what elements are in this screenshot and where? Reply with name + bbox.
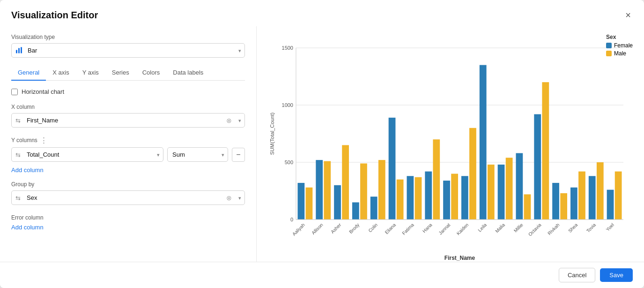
y-column-select[interactable]: Total_Count [11, 147, 163, 162]
group-by-icon: ⇆ [15, 194, 21, 201]
svg-rect-55 [560, 193, 567, 220]
svg-rect-21 [352, 202, 359, 220]
svg-text:SUM(Total_Count): SUM(Total_Count) [269, 113, 275, 155]
svg-rect-43 [488, 165, 495, 220]
viz-type-wrapper: Bar Line Pie ▾ [11, 43, 245, 58]
viz-type-select[interactable]: Bar Line Pie [11, 43, 245, 58]
aggregation-select-wrapper: Sum Avg Count Min Max ▾ [167, 147, 228, 162]
x-column-label: X column [11, 104, 245, 110]
x-column-wrapper: ⇆ First_Name ⊗ ▾ [11, 113, 245, 128]
svg-text:Kaiden: Kaiden [456, 222, 470, 236]
svg-text:1000: 1000 [282, 102, 293, 108]
svg-text:Leila: Leila [477, 222, 488, 233]
remove-y-column-button[interactable]: − [232, 148, 245, 162]
svg-rect-18 [334, 185, 341, 220]
chart-svg-wrapper: 050010001500SUM(Total_Count)AaliyahAllis… [268, 34, 633, 262]
group-by-wrapper: ⇆ Sex ⊗ ▾ [11, 190, 245, 205]
svg-text:Brody: Brody [348, 222, 360, 235]
tab-y-axis[interactable]: Y axis [76, 65, 105, 81]
svg-rect-51 [534, 114, 541, 220]
svg-text:500: 500 [285, 159, 293, 165]
svg-rect-48 [516, 153, 523, 220]
svg-rect-24 [370, 197, 378, 220]
svg-text:Jannat: Jannat [437, 222, 451, 235]
tab-colors[interactable]: Colors [136, 65, 167, 81]
svg-rect-39 [461, 176, 468, 220]
svg-rect-60 [589, 176, 596, 220]
svg-text:Shea: Shea [567, 222, 579, 234]
x-column-clear-icon[interactable]: ⊗ [226, 117, 232, 124]
y-columns-header: Y columns ⋮ [11, 136, 245, 144]
svg-rect-2 [21, 47, 22, 53]
svg-rect-15 [316, 160, 323, 220]
modal-footer: Cancel Save [0, 262, 644, 288]
svg-rect-63 [607, 190, 614, 220]
svg-rect-54 [552, 183, 559, 220]
svg-text:Octavia: Octavia [527, 222, 542, 237]
legend-female-label: Female [614, 42, 633, 49]
svg-text:Yoel: Yoel [605, 222, 615, 232]
svg-rect-33 [425, 172, 432, 220]
add-error-column-link[interactable]: Add column [11, 224, 245, 231]
svg-rect-27 [389, 118, 396, 220]
close-button[interactable]: × [623, 8, 633, 22]
legend-female: Female [606, 42, 633, 49]
svg-rect-45 [498, 165, 505, 220]
svg-text:Malia: Malia [494, 222, 506, 234]
tab-data-labels[interactable]: Data labels [166, 65, 210, 81]
svg-rect-19 [342, 145, 349, 220]
svg-rect-0 [16, 50, 17, 53]
error-column-label: Error column [11, 214, 245, 221]
svg-rect-36 [443, 181, 450, 220]
svg-rect-46 [506, 158, 513, 220]
horizontal-chart-label[interactable]: Horizontal chart [22, 88, 64, 95]
svg-text:1500: 1500 [282, 45, 293, 51]
svg-rect-12 [297, 183, 304, 220]
y-column-select-wrapper: ⇆ Total_Count ▾ [11, 147, 163, 162]
svg-rect-25 [378, 160, 385, 220]
svg-rect-49 [524, 194, 531, 220]
svg-rect-28 [397, 180, 404, 220]
tab-x-axis[interactable]: X axis [46, 65, 75, 81]
svg-text:Rivkah: Rivkah [547, 222, 560, 236]
svg-rect-31 [415, 177, 422, 220]
right-panel: Sex Female Male 050010001500SUM(Total_Co… [257, 26, 644, 262]
tab-series[interactable]: Series [105, 65, 136, 81]
y-columns-label: Y columns [11, 137, 37, 144]
svg-rect-58 [578, 172, 585, 220]
horizontal-chart-row: Horizontal chart [11, 88, 245, 95]
svg-rect-37 [451, 174, 458, 220]
horizontal-chart-checkbox[interactable] [11, 89, 18, 95]
left-panel: Visualization type Bar Line Pie ▾ [0, 26, 257, 262]
tab-general[interactable]: General [11, 65, 46, 81]
cancel-button[interactable]: Cancel [559, 268, 595, 282]
svg-rect-42 [480, 65, 487, 220]
modal-title: Visualization Editor [11, 10, 98, 21]
svg-text:Millie: Millie [513, 222, 524, 233]
svg-text:Eliana: Eliana [384, 222, 397, 235]
svg-rect-22 [360, 163, 367, 220]
svg-rect-52 [542, 82, 549, 220]
group-by-clear-icon[interactable]: ⊗ [226, 194, 232, 202]
svg-rect-61 [597, 162, 604, 220]
x-column-select[interactable]: First_Name [11, 113, 245, 128]
svg-rect-16 [324, 161, 331, 220]
svg-text:Aaliyah: Aaliyah [291, 222, 306, 237]
visualization-editor-modal: Visualization Editor × Visualization typ… [0, 0, 644, 288]
viz-type-label: Visualization type [11, 34, 245, 40]
svg-text:Fatima: Fatima [401, 222, 415, 236]
svg-text:0: 0 [290, 217, 293, 222]
legend-title: Sex [606, 34, 633, 40]
svg-rect-30 [407, 176, 414, 220]
chart-area: Sex Female Male 050010001500SUM(Total_Co… [268, 34, 633, 262]
group-by-select[interactable]: Sex [11, 190, 245, 205]
aggregation-select[interactable]: Sum Avg Count Min Max [167, 147, 228, 162]
svg-text:Asher: Asher [330, 222, 342, 235]
add-y-column-link[interactable]: Add column [11, 167, 245, 174]
save-button[interactable]: Save [600, 268, 633, 282]
modal-body: Visualization type Bar Line Pie ▾ [0, 26, 644, 262]
y-columns-menu-icon[interactable]: ⋮ [40, 136, 47, 144]
svg-rect-64 [615, 172, 622, 220]
svg-rect-40 [469, 128, 476, 220]
tab-bar: General X axis Y axis Series Colors Data… [11, 65, 245, 81]
